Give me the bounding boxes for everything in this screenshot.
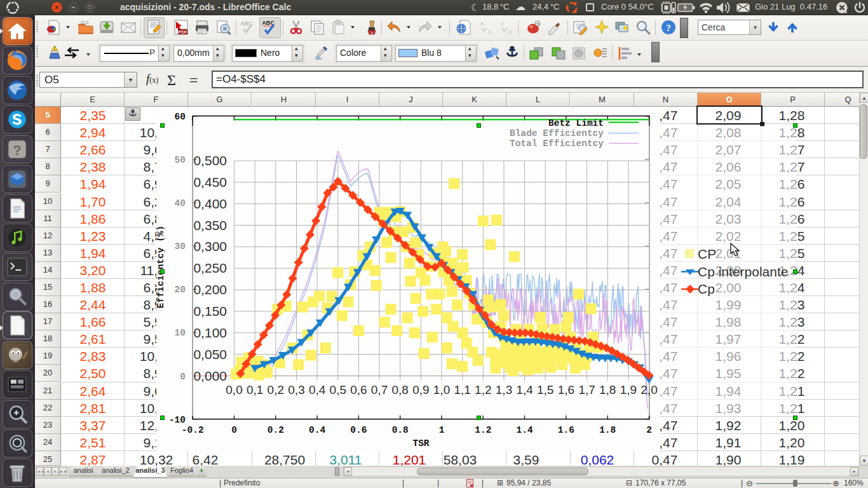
svg-text:?: ? [13,142,22,158]
svg-text:%: % [536,22,539,26]
svg-text:?: ? [666,23,671,33]
svg-text:PDF: PDF [179,30,188,34]
svg-text:Z: Z [488,29,491,35]
svg-text:A: A [480,21,484,27]
svg-text:A: A [508,29,512,35]
svg-text:Z: Z [501,21,504,27]
